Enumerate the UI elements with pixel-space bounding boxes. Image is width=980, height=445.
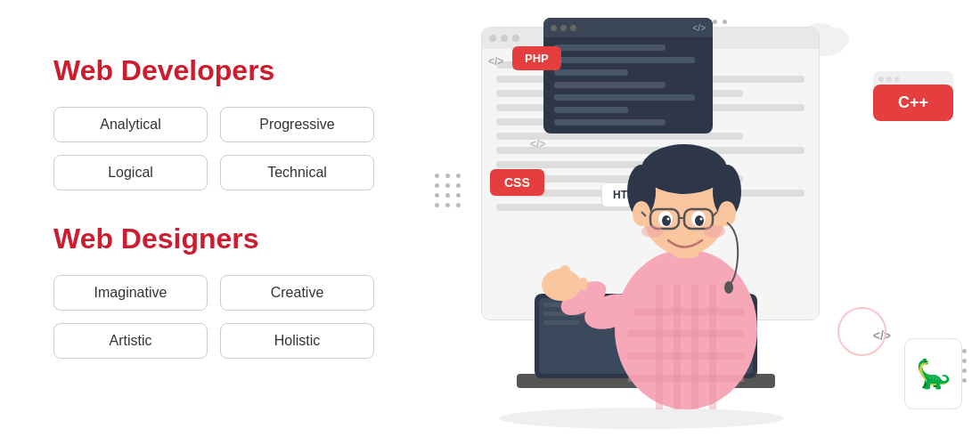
character-illustration <box>481 53 820 445</box>
svg-point-4 <box>499 408 784 429</box>
tag-technical: Technical <box>220 155 374 190</box>
svg-rect-32 <box>568 276 577 290</box>
tag-creative: Creative <box>220 275 374 311</box>
svg-rect-31 <box>554 274 563 288</box>
tag-holistic: Holistic <box>220 323 374 359</box>
svg-rect-10 <box>543 320 579 325</box>
svg-rect-33 <box>579 278 587 290</box>
cpp-badge: C++ <box>873 85 953 121</box>
tag-progressive: Progressive <box>220 107 374 142</box>
svg-point-55 <box>724 281 733 294</box>
right-panel: </> PHP C++ CSS HTML </> </> </> <box>428 0 980 445</box>
svg-point-52 <box>700 218 703 221</box>
left-panel: Web Developers Analytical Progressive Lo… <box>0 19 428 426</box>
svg-point-41 <box>718 201 736 226</box>
developers-title: Web Developers <box>53 54 374 87</box>
tag-artistic: Artistic <box>53 323 208 359</box>
svg-point-49 <box>662 215 671 226</box>
circle-decoration <box>837 307 886 356</box>
svg-point-39 <box>647 150 722 185</box>
tag-imaginative: Imaginative <box>53 275 208 311</box>
svg-point-50 <box>695 215 704 226</box>
developer-tags-grid: Analytical Progressive Logical Technical <box>53 107 374 190</box>
designers-title: Web Designers <box>53 222 374 255</box>
dino-card: 🦕 <box>904 338 962 409</box>
code-tag-label: </> <box>693 23 706 33</box>
svg-rect-30 <box>543 276 552 290</box>
svg-point-53 <box>641 225 663 238</box>
svg-point-54 <box>704 225 725 238</box>
svg-point-40 <box>633 201 650 226</box>
tag-logical: Logical <box>53 155 208 190</box>
dots-left <box>435 174 461 207</box>
designer-tags-grid: Imaginative Creative Artistic Holistic <box>53 275 374 359</box>
tag-analytical: Analytical <box>53 107 208 142</box>
svg-point-51 <box>667 218 670 221</box>
